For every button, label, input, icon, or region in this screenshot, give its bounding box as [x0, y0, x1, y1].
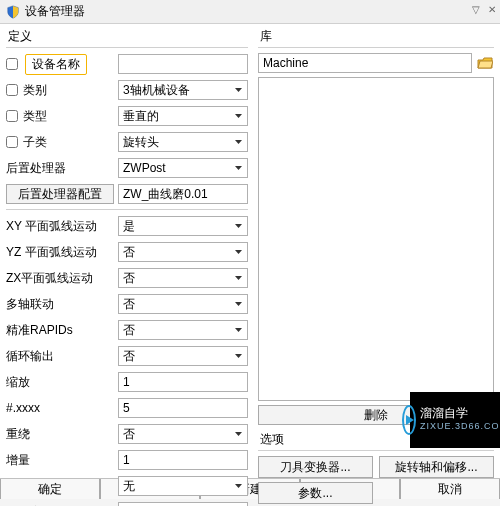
combo-rapids[interactable]: 否 [118, 320, 248, 340]
combo-subclass[interactable]: 旋转头 [118, 132, 248, 152]
label-yz: YZ 平面弧线运动 [6, 244, 97, 261]
combo-yz[interactable]: 否 [118, 242, 248, 262]
input-offset-reg[interactable] [118, 502, 248, 506]
combo-xy-value: 是 [123, 218, 135, 235]
combo-multi[interactable]: 否 [118, 294, 248, 314]
input-library-path[interactable] [258, 53, 472, 73]
combo-post[interactable]: ZWPost [118, 158, 248, 178]
chevron-down-icon [231, 134, 245, 150]
ok-button[interactable]: 确定 [0, 479, 100, 499]
label-loop: 循环输出 [6, 348, 54, 365]
input-incr[interactable] [118, 450, 248, 470]
delete-button[interactable]: 删除 [258, 405, 494, 425]
chevron-down-icon [231, 108, 245, 124]
chevron-down-icon [231, 348, 245, 364]
chevron-down-icon [231, 426, 245, 442]
window-titlebar: 设备管理器 ▽ ✕ [0, 0, 500, 24]
label-rewind: 重绕 [6, 426, 30, 443]
label-multi: 多轴联动 [6, 296, 54, 313]
dropdown-icon[interactable]: ▽ [472, 4, 480, 15]
separator [258, 47, 494, 48]
label-subclass: 子类 [23, 134, 47, 151]
label-xy: XY 平面弧线运动 [6, 218, 97, 235]
chevron-down-icon [231, 218, 245, 234]
input-hash[interactable] [118, 398, 248, 418]
folder-open-icon[interactable] [476, 56, 494, 70]
label-type: 类型 [23, 108, 47, 125]
chevron-down-icon [231, 270, 245, 286]
combo-post-value: ZWPost [123, 161, 166, 175]
combo-zx[interactable]: 否 [118, 268, 248, 288]
rot-axis-button[interactable]: 旋转轴和偏移... [379, 456, 494, 478]
label-hash: #.xxxx [6, 401, 40, 415]
input-scale[interactable] [118, 372, 248, 392]
label-category: 类别 [23, 82, 47, 99]
label-device-name: 设备名称 [25, 54, 87, 75]
library-tree[interactable] [258, 77, 494, 401]
tool-changer-button[interactable]: 刀具变换器... [258, 456, 373, 478]
combo-category[interactable]: 3轴机械设备 [118, 80, 248, 100]
combo-tool-comp-value: 无 [123, 478, 135, 495]
combo-xy[interactable]: 是 [118, 216, 248, 236]
combo-loop-value: 否 [123, 348, 135, 365]
chevron-down-icon [231, 296, 245, 312]
chevron-down-icon [231, 244, 245, 260]
section-definition: 定义 [6, 28, 248, 45]
combo-tool-comp[interactable]: 无 [118, 476, 248, 496]
combo-subclass-value: 旋转头 [123, 134, 159, 151]
chevron-down-icon [231, 160, 245, 176]
chevron-down-icon [231, 322, 245, 338]
label-zx: ZX平面弧线运动 [6, 270, 93, 287]
combo-rewind[interactable]: 否 [118, 424, 248, 444]
checkbox-subclass[interactable] [6, 136, 18, 148]
input-post-config[interactable] [118, 184, 248, 204]
combo-loop[interactable]: 否 [118, 346, 248, 366]
combo-rewind-value: 否 [123, 426, 135, 443]
chevron-down-icon [231, 82, 245, 98]
separator [6, 209, 248, 210]
chevron-down-icon [231, 478, 245, 494]
combo-type[interactable]: 垂直的 [118, 106, 248, 126]
checkbox-device-name[interactable] [6, 58, 18, 70]
label-incr: 增量 [6, 452, 30, 469]
combo-multi-value: 否 [123, 296, 135, 313]
input-device-name[interactable] [118, 54, 248, 74]
separator [258, 450, 494, 451]
section-library: 库 [258, 28, 494, 45]
section-options: 选项 [258, 431, 494, 448]
window-controls: ▽ ✕ [472, 4, 496, 15]
separator [6, 47, 248, 48]
shield-icon [6, 5, 20, 19]
label-post: 后置处理器 [6, 160, 66, 177]
label-scale: 缩放 [6, 374, 30, 391]
combo-zx-value: 否 [123, 270, 135, 287]
window-title: 设备管理器 [25, 3, 85, 20]
combo-type-value: 垂直的 [123, 108, 159, 125]
checkbox-category[interactable] [6, 84, 18, 96]
label-rapids: 精准RAPIDs [6, 322, 73, 339]
combo-category-value: 3轴机械设备 [123, 82, 190, 99]
combo-rapids-value: 否 [123, 322, 135, 339]
combo-yz-value: 否 [123, 244, 135, 261]
params-button[interactable]: 参数... [258, 482, 373, 504]
checkbox-type[interactable] [6, 110, 18, 122]
post-config-button[interactable]: 后置处理器配置 [6, 184, 114, 204]
close-icon[interactable]: ✕ [488, 4, 496, 15]
